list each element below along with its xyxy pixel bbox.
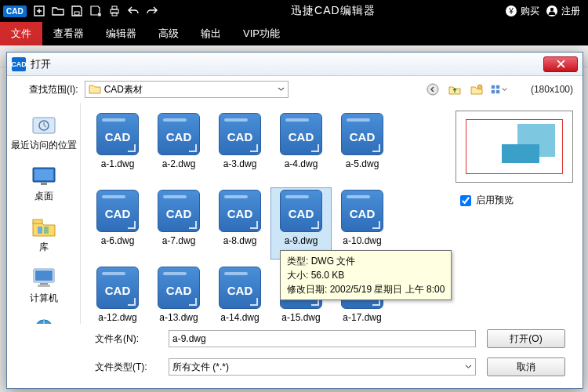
arrow-left-icon bbox=[426, 83, 439, 96]
new-file-icon[interactable] bbox=[30, 2, 49, 20]
new-folder-button[interactable] bbox=[468, 81, 485, 98]
menu-tab-2[interactable]: 编辑器 bbox=[95, 22, 147, 45]
dialog-title-icon: CAD bbox=[12, 57, 26, 71]
file-item[interactable]: CADa-13.dwg bbox=[148, 264, 209, 324]
dialog-toolbar: 查找范围(I): CAD素材 (180x100) bbox=[7, 76, 583, 103]
view-grid-icon bbox=[490, 83, 501, 96]
place-label: 计算机 bbox=[30, 292, 58, 305]
dialog-bottom: 文件名(N): 打开(O) 文件类型(T): 所有文件 (*.*) 取消 bbox=[7, 324, 583, 388]
place-network[interactable]: 网络 bbox=[11, 313, 77, 324]
enable-preview-input[interactable] bbox=[460, 195, 471, 206]
up-button[interactable] bbox=[446, 81, 463, 98]
svg-rect-12 bbox=[496, 85, 499, 89]
cad-file-icon: CAD bbox=[96, 267, 139, 309]
buy-button[interactable]: ¥ 购买 bbox=[505, 5, 539, 18]
filename-label: 文件名(N): bbox=[95, 332, 158, 346]
menu-tab-3[interactable]: 高级 bbox=[147, 22, 190, 45]
folder-icon bbox=[89, 83, 101, 96]
file-item[interactable]: CADa-14.dwg bbox=[209, 264, 270, 324]
cancel-button[interactable]: 取消 bbox=[487, 358, 565, 376]
folder-name: CAD素材 bbox=[104, 83, 143, 96]
svg-rect-18 bbox=[34, 169, 53, 180]
svg-rect-3 bbox=[112, 6, 117, 9]
svg-rect-20 bbox=[33, 220, 42, 223]
cancel-button-label: 取消 bbox=[517, 361, 535, 374]
file-name: a-4.dwg bbox=[285, 158, 318, 169]
cad-file-icon: CAD bbox=[158, 190, 200, 232]
file-item[interactable]: CADa-12.dwg bbox=[87, 264, 148, 324]
file-item[interactable]: CADa-6.dwg bbox=[87, 187, 148, 260]
svg-rect-14 bbox=[496, 90, 499, 93]
view-button[interactable] bbox=[490, 81, 507, 98]
tooltip-date: 修改日期: 2002/5/19 星期日 上午 8:00 bbox=[287, 282, 445, 296]
desktop-icon bbox=[28, 163, 60, 188]
new-folder-icon bbox=[470, 83, 483, 96]
save-icon[interactable] bbox=[67, 2, 86, 20]
close-button[interactable] bbox=[543, 56, 578, 72]
file-name: a-12.dwg bbox=[98, 312, 136, 323]
menu-tab-0[interactable]: 文件 bbox=[0, 22, 42, 45]
open-button-label: 打开(O) bbox=[510, 332, 542, 346]
app-logo: CAD bbox=[3, 5, 27, 17]
file-name: a-9.dwg bbox=[285, 235, 318, 246]
open-dialog: CAD 打开 查找范围(I): CAD素材 (180x100) 最近访问的位置桌… bbox=[6, 52, 583, 389]
place-libraries[interactable]: 库 bbox=[11, 211, 77, 257]
place-desktop[interactable]: 桌面 bbox=[11, 160, 77, 206]
svg-rect-22 bbox=[44, 227, 49, 234]
currency-icon: ¥ bbox=[505, 5, 517, 17]
register-button[interactable]: 注册 bbox=[546, 5, 580, 18]
enable-preview-checkbox[interactable]: 启用预览 bbox=[460, 194, 514, 207]
file-item[interactable]: CADa-9.dwg bbox=[270, 187, 332, 260]
filetype-label: 文件类型(T): bbox=[95, 361, 158, 374]
cad-file-icon: CAD bbox=[158, 267, 200, 309]
svg-rect-19 bbox=[41, 183, 47, 185]
file-grid: CADa-1.dwgCADa-2.dwgCADa-3.dwgCADa-4.dwg… bbox=[81, 103, 449, 324]
cad-file-icon: CAD bbox=[341, 113, 383, 155]
filename-input[interactable] bbox=[169, 330, 476, 347]
file-item[interactable]: CADa-4.dwg bbox=[270, 111, 332, 183]
file-item[interactable]: CADa-1.dwg bbox=[87, 111, 148, 183]
file-item[interactable]: CADa-10.dwg bbox=[332, 187, 393, 260]
back-button[interactable] bbox=[424, 81, 441, 98]
tooltip-size: 大小: 56.0 KB bbox=[287, 268, 445, 282]
redo-icon[interactable] bbox=[143, 2, 162, 20]
menu-tab-1[interactable]: 查看器 bbox=[42, 22, 95, 45]
menu-tab-4[interactable]: 输出 bbox=[190, 22, 232, 45]
file-name: a-6.dwg bbox=[101, 235, 135, 246]
file-item[interactable]: CADa-7.dwg bbox=[148, 187, 209, 260]
place-recent[interactable]: 最近访问的位置 bbox=[11, 109, 77, 155]
file-item[interactable]: CADa-2.dwg bbox=[148, 111, 209, 183]
filetype-value: 所有文件 (*.*) bbox=[172, 361, 229, 374]
file-name: a-8.dwg bbox=[223, 235, 257, 246]
close-icon bbox=[557, 60, 565, 68]
chevron-down-icon bbox=[502, 83, 507, 96]
folder-up-icon bbox=[448, 83, 461, 96]
menu-tab-5[interactable]: VIP功能 bbox=[232, 22, 291, 45]
file-item[interactable]: CADa-8.dwg bbox=[209, 187, 270, 260]
file-name: a-15.dwg bbox=[281, 312, 320, 323]
svg-point-10 bbox=[477, 85, 482, 89]
tooltip-type: 类型: DWG 文件 bbox=[287, 254, 445, 268]
file-name: a-5.dwg bbox=[346, 158, 379, 169]
svg-rect-26 bbox=[38, 285, 50, 287]
file-name: a-17.dwg bbox=[343, 312, 381, 323]
file-item[interactable]: CADa-5.dwg bbox=[332, 111, 393, 183]
undo-icon[interactable] bbox=[124, 2, 143, 20]
svg-rect-24 bbox=[35, 270, 53, 281]
folder-combo[interactable]: CAD素材 bbox=[85, 81, 289, 98]
file-name: a-10.dwg bbox=[343, 235, 381, 246]
svg-text:¥: ¥ bbox=[508, 7, 514, 16]
open-button[interactable]: 打开(O) bbox=[487, 329, 565, 348]
open-file-icon[interactable] bbox=[49, 2, 67, 20]
file-item[interactable]: CADa-3.dwg bbox=[209, 111, 270, 183]
places-sidebar: 最近访问的位置桌面库计算机网络 bbox=[7, 103, 81, 324]
place-computer[interactable]: 计算机 bbox=[11, 262, 77, 308]
filetype-combo[interactable]: 所有文件 (*.*) bbox=[169, 358, 476, 376]
save-as-icon[interactable] bbox=[86, 2, 105, 20]
print-icon[interactable] bbox=[105, 2, 124, 20]
file-name: a-13.dwg bbox=[159, 312, 198, 323]
cad-file-icon: CAD bbox=[280, 113, 322, 155]
app-titlebar: CAD 迅捷CAD编辑器 ¥ 购买 注册 bbox=[0, 0, 588, 22]
file-name: a-1.dwg bbox=[101, 158, 135, 169]
lookin-label: 查找范围(I): bbox=[29, 83, 78, 96]
